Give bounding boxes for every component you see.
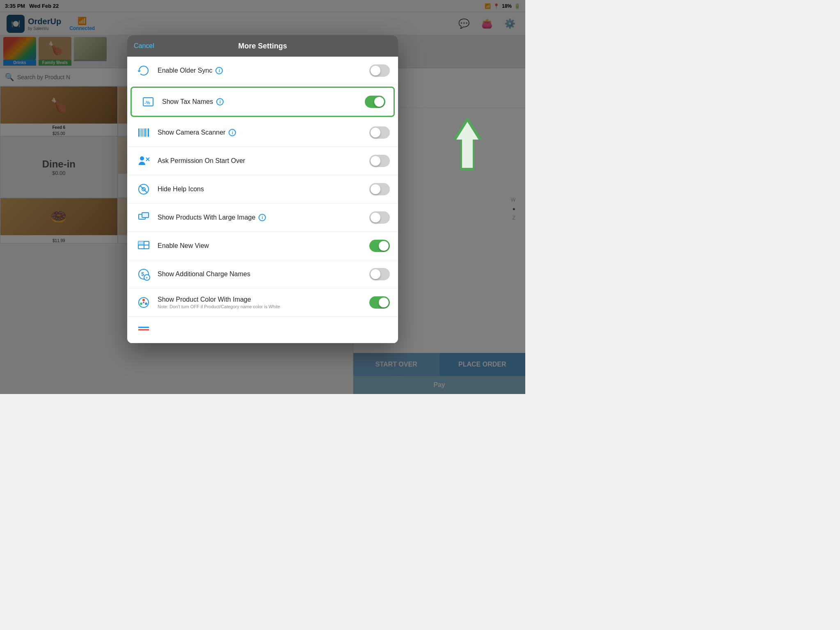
setting-text-camera-scanner: Show Camera Scanner bbox=[158, 129, 225, 136]
modal-title: More Settings bbox=[238, 42, 287, 50]
svg-marker-32 bbox=[453, 117, 482, 170]
info-icon-camera-scanner[interactable]: i bbox=[229, 129, 236, 136]
setting-label-new-view-wrap: Enable New View bbox=[158, 242, 369, 250]
svg-rect-18 bbox=[138, 241, 144, 245]
setting-show-tax-names: -% Show Tax Names i bbox=[130, 87, 395, 117]
setting-text-charge-names: Show Additional Charge Names bbox=[158, 270, 250, 278]
setting-label-older-sync-wrap: Enable Older Sync i bbox=[158, 67, 369, 74]
toggle-hide-help[interactable] bbox=[369, 183, 390, 195]
setting-label-hide-help-wrap: Hide Help Icons bbox=[158, 186, 369, 193]
svg-line-13 bbox=[140, 186, 147, 192]
svg-point-9 bbox=[140, 156, 144, 160]
toggle-enable-older-sync[interactable] bbox=[369, 64, 390, 77]
setting-text-products-large: Show Products With Large Image bbox=[158, 214, 255, 221]
modal-header: Cancel More Settings bbox=[127, 35, 398, 57]
permission-icon bbox=[135, 153, 152, 169]
toggle-knob-product-color bbox=[379, 298, 389, 307]
svg-point-26 bbox=[142, 299, 145, 301]
svg-rect-6 bbox=[144, 128, 146, 137]
toggle-show-camera-scanner[interactable] bbox=[369, 126, 390, 139]
svg-rect-3 bbox=[140, 128, 141, 137]
setting-enable-new-view: Enable New View bbox=[127, 232, 398, 260]
toggle-product-color[interactable] bbox=[369, 296, 390, 309]
setting-text-ask-permission: Ask Permission On Start Over bbox=[158, 157, 245, 165]
svg-point-28 bbox=[145, 302, 147, 305]
svg-rect-4 bbox=[142, 128, 142, 137]
setting-label-charge-names-wrap: Show Additional Charge Names bbox=[158, 270, 369, 278]
setting-label-product-color: Show Product Color With Image bbox=[158, 296, 369, 303]
svg-rect-30 bbox=[138, 327, 149, 328]
toggle-knob-products-large bbox=[371, 213, 380, 222]
svg-rect-31 bbox=[138, 329, 149, 330]
toggle-knob-charge-names bbox=[371, 269, 380, 279]
toggle-knob-new-view bbox=[379, 241, 389, 251]
setting-label-products-large: Show Products With Large Image i bbox=[158, 214, 369, 221]
setting-show-camera-scanner: Show Camera Scanner i bbox=[127, 119, 398, 147]
svg-text:+: + bbox=[146, 276, 148, 280]
setting-label-products-large-wrap: Show Products With Large Image i bbox=[158, 214, 369, 221]
setting-label-camera-scanner-wrap: Show Camera Scanner i bbox=[158, 129, 369, 136]
toggle-knob-tax-names bbox=[374, 97, 384, 107]
setting-label-ask-permission: Ask Permission On Start Over bbox=[158, 157, 369, 165]
sync-icon bbox=[135, 62, 152, 79]
setting-text-older-sync: Enable Older Sync bbox=[158, 67, 212, 74]
setting-sublabel-product-color: Note: Don't turn OFF if Product/Category… bbox=[158, 304, 369, 309]
setting-label-hide-help: Hide Help Icons bbox=[158, 186, 369, 193]
svg-rect-5 bbox=[143, 128, 144, 137]
toggle-enable-new-view[interactable] bbox=[369, 240, 390, 252]
color-icon bbox=[135, 294, 152, 311]
toggle-knob-ask-permission bbox=[371, 156, 380, 166]
setting-label-tax-names-wrap: Show Tax Names i bbox=[162, 98, 365, 105]
arrow-annotation bbox=[449, 117, 486, 172]
setting-label-ask-permission-wrap: Ask Permission On Start Over bbox=[158, 157, 369, 165]
info-icon-tax-names[interactable]: i bbox=[216, 98, 224, 105]
new-view-icon bbox=[135, 238, 152, 254]
svg-rect-8 bbox=[148, 128, 149, 137]
setting-additional-charge: $ + Show Additional Charge Names bbox=[127, 260, 398, 289]
partial-icon bbox=[135, 322, 152, 338]
setting-label-new-view: Enable New View bbox=[158, 242, 369, 250]
setting-label-older-sync: Enable Older Sync i bbox=[158, 67, 369, 74]
tax-icon: -% bbox=[140, 94, 156, 110]
setting-hide-help-icons: Hide Help Icons bbox=[127, 175, 398, 204]
setting-show-products-large: Show Products With Large Image i bbox=[127, 204, 398, 232]
toggle-ask-permission[interactable] bbox=[369, 155, 390, 167]
info-icon-older-sync[interactable]: i bbox=[215, 67, 223, 74]
svg-point-27 bbox=[140, 302, 142, 305]
svg-point-29 bbox=[143, 302, 144, 303]
setting-text-new-view: Enable New View bbox=[158, 242, 209, 250]
setting-label-charge-names: Show Additional Charge Names bbox=[158, 270, 369, 278]
svg-rect-16 bbox=[142, 213, 149, 218]
svg-rect-7 bbox=[146, 128, 147, 137]
setting-text-product-color: Show Product Color With Image bbox=[158, 296, 251, 303]
setting-product-color: Show Product Color With Image Note: Don'… bbox=[127, 289, 398, 317]
barcode-icon bbox=[135, 124, 152, 141]
toggle-charge-names[interactable] bbox=[369, 268, 390, 280]
setting-label-product-color-wrap: Show Product Color With Image Note: Don'… bbox=[158, 296, 369, 309]
charge-icon: $ + bbox=[135, 266, 152, 282]
modal-cancel-button[interactable]: Cancel bbox=[134, 42, 154, 50]
modal-overlay: Cancel More Settings Enable Older Sync i bbox=[0, 0, 525, 394]
toggle-knob-camera-scanner bbox=[371, 128, 380, 137]
setting-text-tax-names: Show Tax Names bbox=[162, 98, 213, 105]
svg-marker-33 bbox=[456, 122, 478, 168]
setting-text-hide-help: Hide Help Icons bbox=[158, 186, 204, 193]
setting-label-tax-names: Show Tax Names i bbox=[162, 98, 365, 105]
setting-ask-permission: Ask Permission On Start Over bbox=[127, 147, 398, 175]
help-icon bbox=[135, 181, 152, 197]
toggle-products-large[interactable] bbox=[369, 211, 390, 224]
toggle-knob-older-sync bbox=[371, 66, 380, 76]
setting-label-camera-scanner: Show Camera Scanner i bbox=[158, 129, 369, 136]
more-settings-modal: Cancel More Settings Enable Older Sync i bbox=[127, 35, 398, 343]
setting-partial-bottom bbox=[127, 317, 398, 343]
svg-text:-%: -% bbox=[144, 100, 150, 105]
modal-body: Enable Older Sync i -% bbox=[127, 57, 398, 343]
svg-rect-2 bbox=[138, 128, 140, 137]
info-icon-products-large[interactable]: i bbox=[259, 214, 266, 221]
large-image-icon bbox=[135, 209, 152, 226]
toggle-knob-hide-help bbox=[371, 184, 380, 194]
toggle-show-tax-names[interactable] bbox=[365, 96, 385, 108]
setting-enable-older-sync: Enable Older Sync i bbox=[127, 57, 398, 85]
